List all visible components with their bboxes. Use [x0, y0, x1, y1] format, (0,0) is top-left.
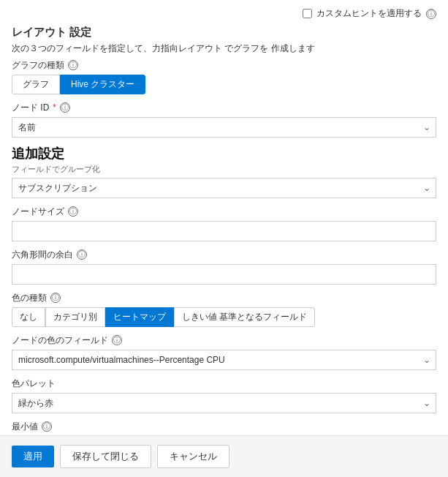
- hexagon-margin-info-icon: ⓘ: [77, 249, 87, 260]
- group-field-select[interactable]: サブスクリプション: [12, 178, 436, 198]
- color-type-heatmap-btn[interactable]: ヒートマップ: [105, 307, 174, 327]
- layout-section: レイアウト 設定 次の３つのフィールドを指定して、力指向レイアウト でグラフを …: [12, 26, 436, 138]
- node-color-field-info-icon: ⓘ: [112, 335, 122, 345]
- node-size-label: ノードサイズ: [12, 206, 64, 218]
- color-type-threshold-btn[interactable]: しきい値 基準となるフィールド: [174, 307, 315, 327]
- node-color-field-select[interactable]: microsoft.compute/virtualmachines--Perce…: [12, 350, 436, 370]
- group-field-select-wrapper: サブスクリプション ⌄: [12, 178, 436, 198]
- node-id-label-row: ノード ID * ⓘ: [12, 102, 436, 114]
- node-color-field-label: ノードの色のフィールド: [12, 334, 108, 347]
- apply-button[interactable]: 適用: [12, 446, 54, 467]
- color-palette-label-row: 色パレット: [12, 378, 436, 390]
- hexagon-margin-label: 六角形間の余白: [12, 249, 73, 261]
- graph-type-label-row: グラフの種類 ⓘ: [12, 59, 436, 72]
- additional-section-title: 追加設定: [12, 145, 436, 162]
- color-type-none-btn[interactable]: なし: [12, 307, 45, 327]
- min-value-label-row: 最小値 ⓘ: [12, 421, 436, 433]
- node-id-select[interactable]: 名前: [12, 117, 436, 138]
- topbar: カスタムヒントを適用する ⓘ: [12, 7, 436, 20]
- color-type-category-btn[interactable]: カテゴリ別: [45, 307, 105, 327]
- layout-section-title: レイアウト 設定: [12, 26, 436, 40]
- custom-hint-checkbox[interactable]: [303, 9, 312, 18]
- layout-description: 次の３つのフィールドを指定して、力指向レイアウト でグラフを 作成します: [12, 42, 436, 55]
- node-id-info-icon: ⓘ: [60, 102, 70, 113]
- graph-type-group: グラフ Hive クラスター: [12, 75, 436, 94]
- graph-type-graph-btn[interactable]: グラフ: [12, 75, 60, 94]
- graph-type-label: グラフの種類: [12, 59, 64, 72]
- custom-hint-info-icon: ⓘ: [426, 9, 436, 19]
- node-size-info-icon: ⓘ: [68, 206, 78, 217]
- node-color-field-label-row: ノードの色のフィールド ⓘ: [12, 334, 436, 347]
- footer: 適用 保存して閉じる キャンセル: [0, 435, 448, 477]
- node-size-label-row: ノードサイズ ⓘ: [12, 206, 436, 218]
- hexagon-margin-input[interactable]: 5: [12, 264, 436, 285]
- group-field-label: フィールドでグループ化: [12, 164, 436, 175]
- color-type-group: なし カテゴリ別 ヒートマップ しきい値 基準となるフィールド: [12, 307, 436, 327]
- cancel-button[interactable]: キャンセル: [157, 445, 229, 468]
- color-palette-label: 色パレット: [12, 378, 56, 390]
- save-close-button[interactable]: 保存して閉じる: [60, 445, 151, 468]
- node-id-required: *: [53, 102, 56, 113]
- additional-section: 追加設定 フィールドでグループ化 サブスクリプション ⌄ ノードサイズ ⓘ 10…: [12, 145, 436, 477]
- color-type-label-row: 色の種類 ⓘ: [12, 292, 436, 304]
- hexagon-margin-label-row: 六角形間の余白 ⓘ: [12, 249, 436, 261]
- min-value-info-icon: ⓘ: [42, 421, 52, 432]
- color-type-info-icon: ⓘ: [50, 293, 61, 303]
- node-id-select-wrapper: 名前 ⌄: [12, 117, 436, 138]
- graph-type-hive-btn[interactable]: Hive クラスター: [60, 75, 145, 94]
- color-palette-select-wrapper: 緑から赤 ⌄: [12, 393, 436, 413]
- node-id-label: ノード ID: [12, 102, 49, 114]
- node-color-field-select-wrapper: microsoft.compute/virtualmachines--Perce…: [12, 350, 436, 370]
- color-type-label: 色の種類: [12, 292, 47, 304]
- graph-type-info-icon: ⓘ: [68, 60, 78, 70]
- node-size-input[interactable]: 100: [12, 221, 436, 241]
- custom-hint-label: カスタムヒントを適用する: [316, 7, 422, 20]
- page: カスタムヒントを適用する ⓘ レイアウト 設定 次の３つのフィールドを指定して、…: [0, 0, 448, 477]
- color-palette-select[interactable]: 緑から赤: [12, 393, 436, 413]
- min-value-label: 最小値: [12, 421, 38, 433]
